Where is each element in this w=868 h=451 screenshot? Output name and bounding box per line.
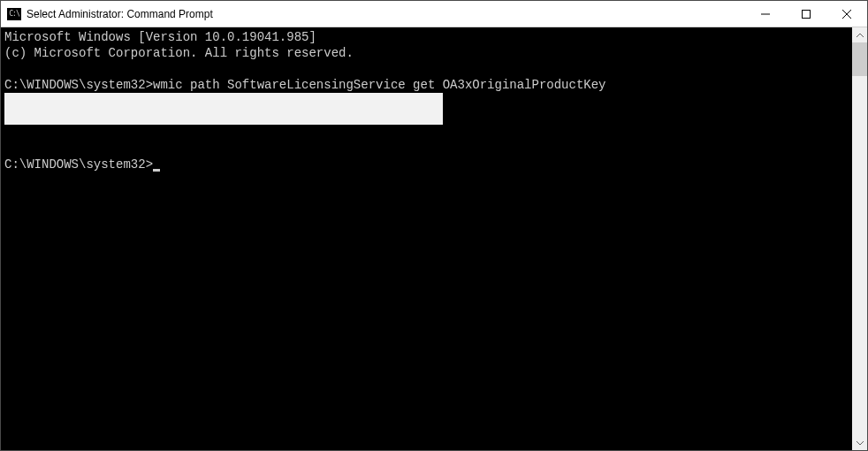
console-output[interactable]: Microsoft Windows [Version 10.0.19041.98… xyxy=(1,27,852,450)
chevron-down-icon xyxy=(857,441,864,445)
command-line-1: C:\WINDOWS\system32>wmic path SoftwareLi… xyxy=(4,77,852,93)
minimize-button[interactable] xyxy=(745,1,786,27)
title-bar[interactable]: C:\ Select Administrator: Command Prompt xyxy=(1,1,867,27)
maximize-icon xyxy=(802,10,811,19)
prompt-path-1: C:\WINDOWS\system32> xyxy=(4,78,153,92)
output-block-start xyxy=(4,93,852,125)
selection-highlight xyxy=(4,93,443,125)
scroll-up-button[interactable] xyxy=(852,27,867,42)
blank-line-2 xyxy=(4,125,852,141)
command-prompt-window: C:\ Select Administrator: Command Prompt… xyxy=(0,0,868,451)
maximize-button[interactable] xyxy=(786,1,826,27)
scroll-thumb[interactable] xyxy=(852,42,867,76)
text-cursor xyxy=(153,169,160,172)
command-line-2: C:\WINDOWS\system32> xyxy=(4,157,852,172)
version-line: Microsoft Windows [Version 10.0.19041.98… xyxy=(4,29,852,45)
chevron-up-icon xyxy=(857,34,864,37)
close-button[interactable] xyxy=(826,1,867,27)
minimize-icon xyxy=(761,10,770,19)
blank-line xyxy=(4,61,852,77)
copyright-line: (c) Microsoft Corporation. All rights re… xyxy=(4,45,852,61)
vertical-scrollbar[interactable] xyxy=(852,27,867,450)
cmd-icon: C:\ xyxy=(7,8,21,20)
svg-rect-1 xyxy=(803,10,811,18)
client-area: Microsoft Windows [Version 10.0.19041.98… xyxy=(1,27,867,450)
window-controls xyxy=(745,1,867,27)
window-title: Select Administrator: Command Prompt xyxy=(27,8,745,20)
prompt-path-2: C:\WINDOWS\system32> xyxy=(4,157,153,172)
cmd-icon-glyph: C:\ xyxy=(9,11,19,18)
scroll-down-button[interactable] xyxy=(852,435,867,450)
typed-command: wmic path SoftwareLicensingService get O… xyxy=(153,78,605,92)
close-icon xyxy=(842,10,851,19)
blank-line-3 xyxy=(4,141,852,157)
